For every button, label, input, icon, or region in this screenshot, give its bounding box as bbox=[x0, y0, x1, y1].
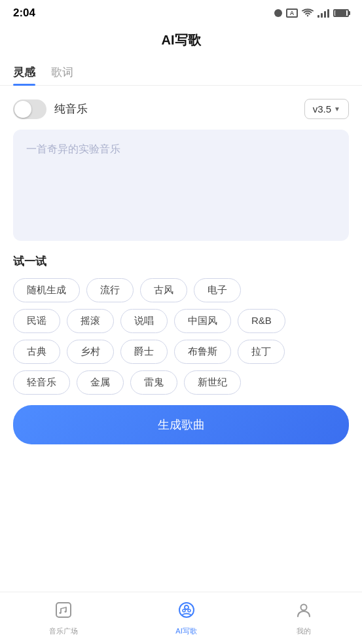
network-icon bbox=[274, 9, 282, 17]
nav-music-square[interactable]: 音乐广场 bbox=[36, 596, 91, 641]
status-bar: 2:04 A bbox=[0, 0, 362, 26]
svg-point-6 bbox=[188, 609, 190, 612]
nav-ai-songwriting[interactable]: AI写歌 bbox=[162, 596, 209, 641]
svg-point-4 bbox=[185, 605, 189, 609]
tag-country[interactable]: 乡村 bbox=[67, 340, 114, 364]
prompt-placeholder: 一首奇异的实验音乐 bbox=[26, 143, 120, 154]
toggle-row: 纯音乐 v3.5 ▼ bbox=[0, 99, 362, 119]
try-title: 试一试 bbox=[13, 254, 349, 269]
svg-point-5 bbox=[183, 609, 185, 612]
tags-row-3: 古典 乡村 爵士 布鲁斯 拉丁 bbox=[13, 340, 349, 364]
svg-rect-0 bbox=[56, 603, 71, 617]
tag-reggae[interactable]: 雷鬼 bbox=[130, 370, 177, 395]
tag-light-music[interactable]: 轻音乐 bbox=[13, 370, 70, 395]
wifi-icon bbox=[302, 9, 314, 18]
pure-music-toggle[interactable] bbox=[13, 99, 46, 119]
tag-folk[interactable]: 民谣 bbox=[13, 309, 60, 333]
svg-point-2 bbox=[64, 611, 66, 613]
tag-electronic[interactable]: 电子 bbox=[194, 278, 241, 302]
toggle-knob bbox=[14, 101, 31, 118]
nav-music-square-label: 音乐广场 bbox=[49, 626, 78, 636]
signal-icon bbox=[317, 9, 329, 18]
prompt-input-area[interactable]: 一首奇异的实验音乐 bbox=[13, 130, 349, 241]
nav-mine[interactable]: 我的 bbox=[281, 596, 326, 641]
battery-icon bbox=[333, 9, 349, 17]
page-header: AI写歌 bbox=[0, 26, 362, 60]
tag-rnb[interactable]: R&B bbox=[238, 309, 285, 333]
tag-ancient[interactable]: 古风 bbox=[140, 278, 187, 302]
music-square-icon bbox=[54, 601, 73, 624]
tag-jazz[interactable]: 爵士 bbox=[120, 340, 168, 364]
tags-row-4: 轻音乐 金属 雷鬼 新世纪 bbox=[13, 370, 349, 395]
tag-rap[interactable]: 说唱 bbox=[120, 309, 168, 333]
version-label: v3.5 bbox=[313, 103, 331, 115]
tags-row-2: 民谣 摇滚 说唱 中国风 R&B bbox=[13, 309, 349, 333]
tag-chinese-style[interactable]: 中国风 bbox=[174, 309, 231, 333]
try-section: 试一试 随机生成 流行 古风 电子 民谣 摇滚 说唱 中国风 R&B 古典 乡村… bbox=[0, 254, 362, 395]
ai-songwriting-icon bbox=[177, 601, 196, 624]
tag-blues[interactable]: 布鲁斯 bbox=[174, 340, 231, 364]
chevron-down-icon: ▼ bbox=[334, 105, 340, 113]
bottom-nav: 音乐广场 AI写歌 我的 bbox=[0, 592, 362, 644]
tags-row-1: 随机生成 流行 古风 电子 bbox=[13, 278, 349, 302]
tab-lyrics[interactable]: 歌词 bbox=[51, 60, 73, 85]
version-selector[interactable]: v3.5 ▼ bbox=[304, 99, 349, 119]
tag-new-age[interactable]: 新世纪 bbox=[184, 370, 241, 395]
tag-random[interactable]: 随机生成 bbox=[13, 278, 80, 302]
pure-music-label: 纯音乐 bbox=[54, 101, 88, 116]
toggle-left: 纯音乐 bbox=[13, 99, 88, 119]
page-title: AI写歌 bbox=[162, 33, 201, 47]
status-time: 2:04 bbox=[13, 7, 35, 20]
tag-metal[interactable]: 金属 bbox=[77, 370, 124, 395]
svg-point-7 bbox=[301, 604, 307, 610]
svg-point-1 bbox=[59, 612, 61, 614]
tag-classical[interactable]: 古典 bbox=[13, 340, 60, 364]
tag-latin[interactable]: 拉丁 bbox=[238, 340, 285, 364]
mine-icon bbox=[295, 601, 313, 624]
tag-rock[interactable]: 摇滚 bbox=[67, 309, 114, 333]
generate-button[interactable]: 生成歌曲 bbox=[13, 405, 349, 444]
tab-bar: 灵感 歌词 bbox=[0, 60, 362, 86]
nav-ai-songwriting-label: AI写歌 bbox=[175, 626, 196, 636]
nav-mine-label: 我的 bbox=[297, 626, 311, 636]
tag-pop[interactable]: 流行 bbox=[86, 278, 134, 302]
tab-inspiration[interactable]: 灵感 bbox=[13, 60, 35, 85]
generate-btn-wrapper: 生成歌曲 bbox=[0, 405, 362, 444]
status-icons: A bbox=[274, 9, 349, 18]
keyboard-icon: A bbox=[286, 9, 298, 18]
